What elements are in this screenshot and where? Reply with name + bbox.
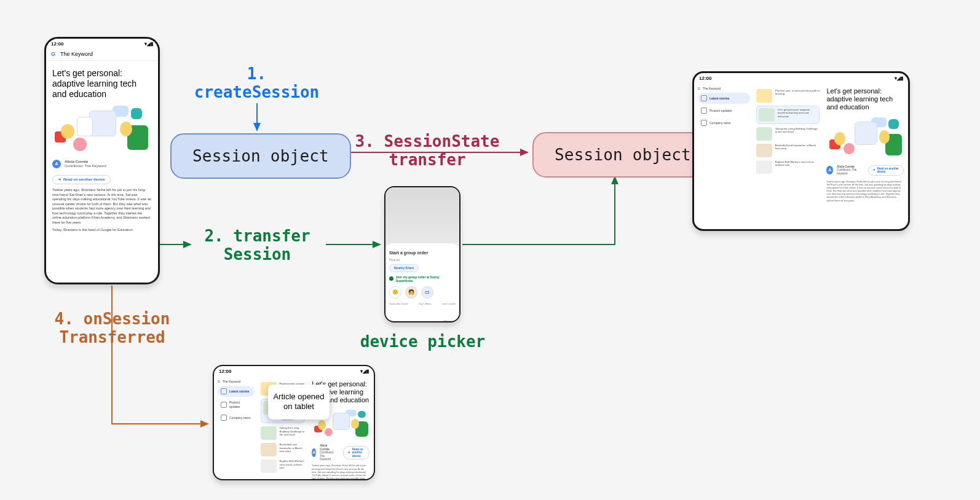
picker-footer-right[interactable]: Share link: [443, 319, 454, 322]
label-create-session: 1. createSession: [184, 65, 329, 102]
tablet-app-title: The Keyword: [703, 87, 721, 90]
picker-targets: 🙂 🧑 ▭: [389, 286, 456, 299]
label-on-session-transferred: 4. onSession Transferred: [43, 310, 181, 347]
sidebar-icon: [701, 107, 707, 114]
avatar: A: [52, 160, 61, 168]
sidebar-icon: [701, 120, 707, 126]
sidebar-label: Product updates: [709, 109, 732, 112]
story-thumb: [756, 89, 772, 103]
phone-headline: Let's get personal: adaptive learning te…: [52, 68, 152, 99]
device-picker-phone: Start a group order Price list Nearby Sh…: [384, 186, 460, 322]
devices-icon: ⇥: [58, 178, 61, 182]
tablet-author: A Alicia CormieContributor, The Keyword …: [826, 163, 904, 178]
story-title: Basketball and heartache: a March love s…: [280, 443, 306, 456]
phone-article-body: Twelve years ago, Shantanu Sinha left hi…: [52, 188, 152, 225]
sidebar-label: Latest stories: [709, 96, 730, 100]
devices-icon: ⇥: [872, 168, 875, 172]
sidebar-icon: [221, 415, 227, 421]
article-illustration: [826, 115, 904, 159]
picker-target-3[interactable]: ▭: [421, 286, 433, 299]
story-item-4[interactable]: Explore Bob Marley's most iconic anthem …: [756, 160, 820, 174]
story-title: Taking the Living Building Challenge to …: [280, 426, 306, 440]
sidebar-icon: [221, 388, 227, 394]
label-session-state: 3. SessionState transfer: [338, 133, 516, 170]
story-item-3[interactable]: Basketball and heartache: a March love s…: [756, 144, 820, 157]
story-thumb: [261, 459, 277, 473]
sidebar-item-1[interactable]: Product updates: [218, 398, 255, 411]
session-object-target: Session object: [532, 132, 713, 178]
picker-footer-left: ◯: [390, 319, 393, 322]
sidebar-item-1[interactable]: Product updates: [698, 105, 750, 116]
tablet-headline: Let's get personal: adaptive learning te…: [826, 87, 904, 112]
story-item-2[interactable]: Taking the Living Building Challenge to …: [261, 426, 306, 440]
nearby-share-pill[interactable]: Nearby Share: [389, 264, 419, 271]
picker-target-1[interactable]: 🙂: [389, 286, 401, 299]
story-item-3[interactable]: Basketball and heartache: a March love s…: [261, 443, 306, 456]
picker-footer: ◯ Share link: [385, 319, 459, 322]
read-on-another-device-button[interactable]: ⇥ Read on another device: [52, 175, 111, 185]
label-transfer-session: 2. transfer Session: [194, 227, 320, 264]
devices-icon: ⇥: [347, 451, 350, 455]
sidebar-label: Product updates: [229, 400, 251, 408]
label-device-picker: device picker: [350, 333, 495, 351]
sidebar-label: Company news: [229, 416, 250, 420]
picker-row-label: Join my group order at Sunny Superfoods: [396, 275, 456, 283]
author-role: Contributor, The Keyword: [65, 164, 106, 168]
sidebar-label: Latest stories: [229, 389, 250, 393]
story-title: Explore Bob Marley's most iconic anthem …: [775, 160, 820, 174]
picker-scrim: [385, 187, 459, 246]
phone-app-title: The Keyword: [60, 51, 93, 58]
story-title: Practice sets: a more personal path to l…: [775, 89, 820, 103]
phone-status-icons: ▾◢▮: [144, 41, 153, 47]
sidebar-label: Company news: [709, 121, 730, 125]
story-item-1[interactable]: Let's get personal: adaptive machine-lea…: [756, 106, 820, 124]
picker-target-2[interactable]: 🧑: [405, 286, 417, 299]
story-thumb: [261, 443, 277, 456]
session-object-source: Session object: [170, 133, 351, 179]
phone-statusbar: 12:00 ▾◢▮: [46, 39, 158, 49]
story-title: Taking the Living Building Challenge to …: [775, 127, 820, 141]
author-name: Alicia Cormie: [65, 160, 88, 163]
read-on-another-device-button[interactable]: ⇥Read on another device: [868, 165, 904, 176]
tablet-small-statusbar: 12:00 ▾◢▮: [214, 366, 374, 376]
phone-article-body-2: Today, Shantanu is the head of Google fo…: [52, 228, 152, 233]
article-illustration: [52, 103, 152, 156]
picker-sheet: Start a group order Price list Nearby Sh…: [385, 243, 459, 322]
story-thumb: [261, 426, 277, 440]
story-title: Let's get personal: adaptive machine-lea…: [778, 108, 818, 122]
sidebar-item-2[interactable]: Company news: [698, 117, 750, 128]
sidebar-icon: [221, 402, 227, 408]
tablet-sidebar: GThe Keyword Latest storiesProduct updat…: [694, 83, 754, 228]
story-title: Explore Bob Marley's most iconic anthem …: [280, 459, 306, 473]
story-thumb: [756, 160, 772, 174]
avatar: A: [312, 448, 316, 457]
story-item-0[interactable]: Practice sets: a more personal path to l…: [756, 89, 820, 103]
sidebar-item-0[interactable]: Latest stories: [698, 93, 750, 104]
tablet-story-list: Practice sets: a more personal path to l…: [754, 83, 823, 228]
picker-target-captions: Samantha James Kay's Menu Liam's tablet: [389, 302, 456, 305]
picker-share-row: Join my group order at Sunny Superfoods: [389, 275, 456, 283]
tablet-target: 12:00 ▾◢▮ GThe Keyword Latest storiesPro…: [692, 71, 910, 231]
sidebar-icon: [701, 95, 707, 101]
tablet-author: A Alicia CormieContributor, The Keyword …: [312, 443, 369, 463]
toast-article-opened: Article opened on tablet: [268, 385, 330, 420]
read-on-another-device-button[interactable]: ⇥Read on another device: [343, 446, 369, 460]
picker-title: Start a group order: [389, 251, 456, 256]
tablet-article-body: Twelve years ago, Shantanu Sinha left hi…: [312, 464, 369, 480]
story-thumb: [756, 144, 772, 157]
tablet-app-title: The Keyword: [223, 380, 240, 383]
phone-source: 12:00 ▾◢▮ G The Keyword Let's get person…: [44, 37, 160, 284]
sidebar-item-2[interactable]: Company news: [218, 412, 255, 423]
phone-time: 12:00: [51, 41, 63, 47]
picker-subhead: Price list: [389, 259, 456, 262]
sidebar-item-0[interactable]: Latest stories: [218, 386, 255, 397]
story-item-4[interactable]: Explore Bob Marley's most iconic anthem …: [261, 459, 306, 473]
story-item-2[interactable]: Taking the Living Building Challenge to …: [756, 127, 820, 141]
story-title: Basketball and heartache: a March love s…: [775, 144, 820, 157]
tablet-confirmation: 12:00 ▾◢▮ GThe Keyword Latest storiesPro…: [213, 365, 375, 480]
google-logo: G: [51, 51, 55, 58]
tablet-large-statusbar: 12:00 ▾◢▮: [694, 73, 908, 83]
story-thumb: [759, 108, 775, 122]
story-thumb: [756, 127, 772, 141]
tablet-article-body: Twelve years ago, Shantanu Sinha left hi…: [826, 181, 904, 203]
